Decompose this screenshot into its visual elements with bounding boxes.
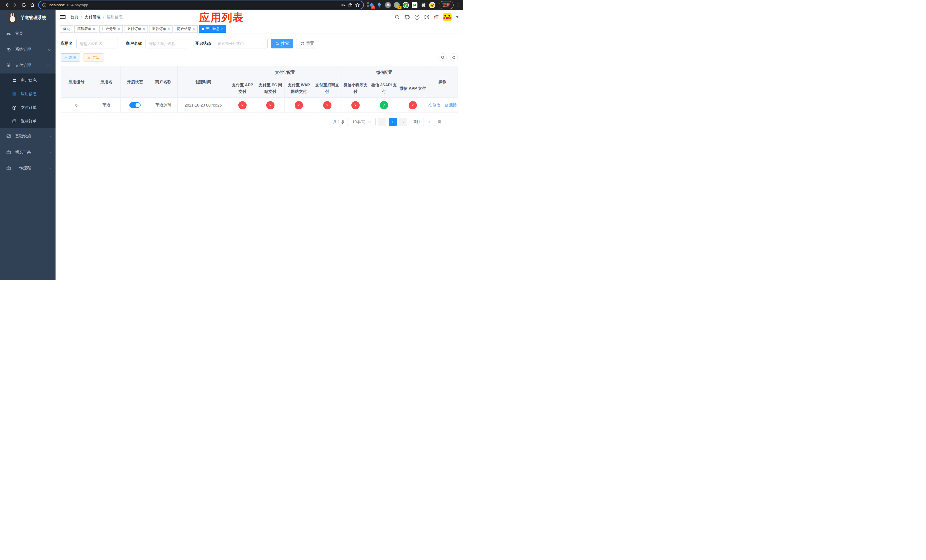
browser-update-button[interactable]: 更新 (439, 1, 454, 9)
status-cross-icon: × (409, 101, 417, 109)
fullscreen-icon[interactable] (424, 15, 430, 20)
edit-button[interactable]: 修改 (428, 103, 440, 107)
page-size-select[interactable]: 10条/页 (347, 118, 375, 126)
tab-pay-orders[interactable]: 支付订单× (124, 25, 148, 33)
close-icon[interactable]: × (143, 27, 145, 31)
help-icon[interactable]: ? (414, 15, 420, 20)
close-icon[interactable]: × (93, 27, 95, 31)
sidebar-item-workflow[interactable]: 工作流程 (0, 160, 56, 176)
sidebar-item-label: 研发工具 (15, 150, 31, 155)
address-bar[interactable]: localhost:1024/pay/app (39, 1, 363, 9)
sidebar-item-pay-orders[interactable]: ¥ 支付订单 (0, 101, 56, 115)
app-name-label: 应用名 (61, 41, 73, 46)
sidebar-item-payment[interactable]: ¥ 支付管理 (0, 58, 56, 74)
github-icon[interactable] (404, 15, 410, 20)
sidebar-item-refund-orders[interactable]: 退款订单 (0, 115, 56, 128)
cell-operations: 修改 删除 (427, 98, 458, 113)
current-page-button[interactable]: 1 (389, 118, 396, 126)
next-page-button[interactable]: › (399, 118, 407, 126)
password-key-icon[interactable] (341, 3, 346, 8)
browser-menu-icon[interactable] (455, 2, 461, 9)
sidebar-item-home[interactable]: 首页 (0, 26, 56, 42)
sidebar-item-merchant-info[interactable]: 商户信息 (0, 74, 56, 87)
browser-home-button[interactable] (28, 1, 36, 9)
tab-user-group[interactable]: 用户分组× (99, 25, 123, 33)
col-app-name: 应用名 (92, 66, 121, 98)
sidebar-item-app-info[interactable]: 应用信息 (0, 87, 56, 101)
browser-forward-button[interactable] (11, 1, 20, 9)
browser-extensions: 10 ⌘ 1 y (367, 2, 436, 8)
tab-refund-orders[interactable]: 退款订单× (149, 25, 173, 33)
browser-reload-button[interactable] (20, 1, 28, 9)
font-size-icon[interactable]: TT (434, 14, 439, 20)
browser-back-button[interactable] (2, 1, 11, 9)
plus-icon: + (65, 55, 67, 60)
app-logo-row[interactable]: 芋道管理系统 (0, 10, 56, 26)
avatar-caret-icon[interactable] (456, 16, 458, 18)
sidebar-item-label: 基础设施 (15, 133, 31, 139)
delete-button[interactable]: 删除 (445, 103, 457, 107)
tab-home[interactable]: 首页 (60, 25, 73, 33)
toolbox-icon (6, 150, 11, 155)
app-table: 应用编号 应用名 开启状态 商户名称 创建时间 支付宝配置 微信配置 操作 支付… (61, 66, 458, 113)
extension-y-icon[interactable]: y (402, 2, 409, 8)
pagination: 共 1 条 10条/页 ‹ 1 › 前往 页 (61, 118, 458, 126)
site-info-icon[interactable] (42, 3, 47, 7)
extension-command-icon[interactable]: ⌘ (385, 2, 391, 8)
refresh-table-button[interactable] (449, 53, 458, 62)
tab-app-info[interactable]: 应用信息× (199, 25, 226, 33)
breadcrumb-home[interactable]: 首页 (70, 15, 78, 20)
close-icon[interactable]: × (118, 27, 120, 31)
sidebar: 芋道管理系统 首页 系统管理 ¥ 支付管理 商户信息 (0, 10, 56, 280)
export-button[interactable]: 导出 (83, 53, 104, 62)
sidebar-item-label: 商户信息 (21, 78, 37, 83)
sidebar-item-dev-tools[interactable]: 研发工具 (0, 144, 56, 160)
merchant-name-input[interactable] (145, 39, 187, 48)
cell-app-name: 芋道 (92, 98, 121, 113)
add-button[interactable]: + 新增 (61, 53, 80, 62)
status-toggle[interactable] (129, 102, 141, 108)
extension-blocks-icon[interactable]: 10 (367, 2, 374, 8)
share-icon[interactable] (348, 3, 353, 8)
search-button[interactable]: 搜索 (271, 39, 293, 48)
bookmark-star-icon[interactable] (355, 3, 360, 8)
sidebar-item-infrastructure[interactable]: 基础设施 (0, 128, 56, 144)
table-row: 6 芋道 芋道源码 2021-10-23 08:49:25 × × × × × … (61, 98, 458, 113)
browser-profile-avatar[interactable] (429, 2, 436, 8)
goto-page-input[interactable] (423, 118, 435, 126)
col-alipay-app: 支付宝 APP 支付 (229, 79, 256, 98)
cell-merchant: 芋道源码 (149, 98, 178, 113)
gear-icon (6, 47, 11, 52)
extension-tracker-icon[interactable]: 1 (394, 2, 400, 8)
status-label: 开启状态 (195, 41, 211, 46)
col-group-wechat: 微信配置 (341, 66, 427, 79)
app-logo-rabbit (8, 13, 17, 23)
sidebar-item-label: 应用信息 (21, 91, 37, 97)
user-avatar[interactable] (443, 13, 452, 21)
monitor-chart-icon (6, 134, 11, 139)
header-search-icon[interactable] (395, 15, 400, 20)
app-name-input[interactable] (76, 39, 118, 48)
close-icon[interactable]: × (192, 27, 195, 31)
tab-process-form[interactable]: 流程表单× (74, 25, 98, 33)
prev-page-button[interactable]: ‹ (378, 118, 386, 126)
chevron-down-icon (48, 48, 51, 51)
status-cross-icon: × (323, 101, 331, 109)
extension-notes-icon[interactable] (412, 2, 418, 8)
extension-gem-icon[interactable] (376, 2, 383, 8)
sidebar-collapse-icon[interactable] (60, 15, 66, 20)
reset-button[interactable]: 重置 (296, 39, 318, 48)
status-cross-icon: × (295, 101, 303, 109)
sidebar-item-system[interactable]: 系统管理 (0, 42, 56, 58)
status-select[interactable]: 请选择开启状态 (215, 39, 268, 48)
show-search-toggle-button[interactable] (439, 53, 447, 62)
close-icon[interactable]: × (221, 27, 224, 31)
page-unit-label: 页 (438, 120, 441, 124)
close-icon[interactable]: × (168, 27, 170, 31)
sidebar-item-label: 工作流程 (15, 165, 31, 171)
col-app-id: 应用编号 (61, 66, 92, 98)
extension-badge: 1 (398, 6, 401, 9)
tab-merchant-info[interactable]: 商户信息× (174, 25, 198, 33)
merchant-name-label: 商户名称 (126, 41, 142, 46)
extensions-puzzle-icon[interactable] (420, 2, 427, 8)
